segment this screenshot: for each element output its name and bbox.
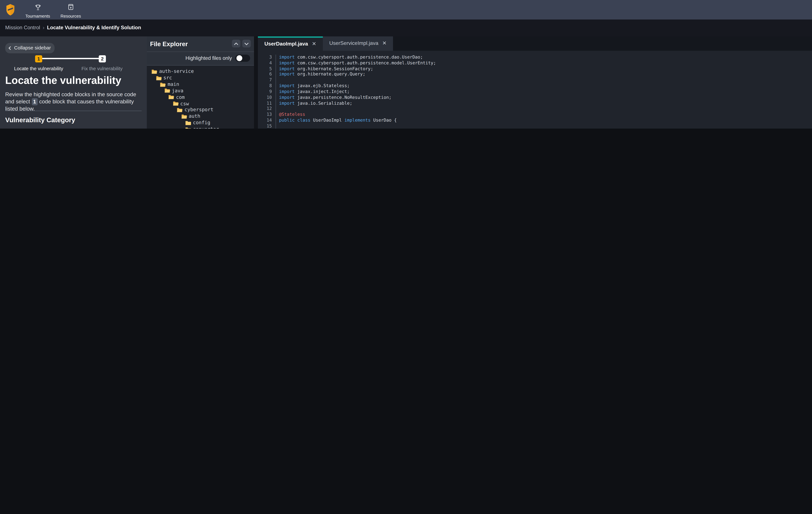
line-number: 4 bbox=[265, 60, 273, 66]
code-area: 3import com.csw.cybersport.auth.persiste… bbox=[258, 50, 812, 129]
code-editor: UserDaoImpl.java ✕ UserServiceImpl.java … bbox=[258, 36, 812, 129]
code-text: import javax.ejb.Stateless; bbox=[275, 83, 812, 89]
highlighted-files-toggle[interactable] bbox=[235, 54, 250, 62]
code-text: import com.csw.cybersport.auth.persisten… bbox=[275, 55, 812, 60]
vulnerability-category-title: Vulnerability Category bbox=[5, 116, 142, 123]
code-text bbox=[275, 106, 812, 112]
line-number: 9 bbox=[265, 89, 273, 95]
vulnerability-category-value: Injection Flaws - SQL injection bbox=[5, 127, 142, 129]
tab-userdaoimpl[interactable]: UserDaoImpl.java ✕ bbox=[258, 36, 323, 50]
code-line-11: 11import java.io.Serializable; bbox=[258, 101, 812, 106]
trophy-icon bbox=[35, 1, 40, 13]
divider bbox=[5, 111, 142, 111]
collapse-sidebar-button[interactable]: Collapse sidebar bbox=[5, 43, 55, 53]
file-tree-folder-auth[interactable]: auth bbox=[147, 113, 254, 119]
code-text: import javax.inject.Inject; bbox=[275, 89, 812, 95]
file-explorer-panel: File Explorer Highlighted files only aut… bbox=[147, 36, 254, 129]
close-icon[interactable]: ✕ bbox=[312, 41, 316, 47]
file-tree-folder-main[interactable]: main bbox=[147, 81, 254, 87]
file-tree-item-label: com bbox=[176, 94, 185, 100]
line-number: 14 bbox=[265, 118, 273, 124]
folder-open-icon bbox=[172, 101, 178, 106]
line-number: 7 bbox=[265, 78, 273, 83]
stepper-line bbox=[42, 58, 99, 59]
explorer-prev-button[interactable] bbox=[232, 40, 240, 48]
code-text: import com.csw.cybersport.auth.persisten… bbox=[275, 60, 812, 66]
collapse-sidebar-label: Collapse sidebar bbox=[14, 45, 51, 51]
file-explorer-header: File Explorer bbox=[147, 36, 254, 52]
close-icon[interactable]: ✕ bbox=[382, 40, 387, 46]
code-line-12: 12 bbox=[258, 106, 812, 112]
code-text: import java.io.Serializable; bbox=[275, 101, 812, 106]
folder-open-icon bbox=[177, 107, 182, 112]
file-tree: auth-servicesrcmainjavacomcswcybersporta… bbox=[147, 65, 254, 129]
line-number: 5 bbox=[265, 66, 273, 72]
file-tree-item-label: auth bbox=[189, 113, 200, 119]
code-line-13: 13@Stateless bbox=[258, 112, 812, 118]
brand-shield-logo-icon[interactable] bbox=[6, 4, 15, 16]
folder-open-icon bbox=[181, 114, 187, 119]
code-line-6: 6import org.hibernate.query.Query; bbox=[258, 72, 812, 78]
folder-closed-icon bbox=[185, 120, 191, 125]
folder-open-icon bbox=[160, 82, 166, 87]
file-tree-item-label: main bbox=[168, 81, 179, 87]
step-1-badge: 1 bbox=[35, 55, 42, 62]
breadcrumb-bar: Mission Control › Locate Vulnerability &… bbox=[0, 19, 812, 36]
file-tree-folder-csw[interactable]: csw bbox=[147, 100, 254, 107]
top-navbar: Tournaments Resources Help ⌄ bbox=[0, 0, 812, 19]
file-tree-folder-cybersport[interactable]: cybersport bbox=[147, 107, 254, 113]
step-1-label: Locate the vulnerability bbox=[9, 66, 68, 72]
editor-tab-bar: UserDaoImpl.java ✕ UserServiceImpl.java … bbox=[258, 36, 812, 50]
code-line-3: 3import com.csw.cybersport.auth.persiste… bbox=[258, 55, 812, 60]
breadcrumb-chevron-icon: › bbox=[43, 25, 44, 31]
line-number: 12 bbox=[265, 106, 273, 112]
code-line-15: 15 bbox=[258, 124, 812, 129]
file-tree-item-label: src bbox=[163, 75, 172, 81]
resources-icon bbox=[68, 1, 74, 13]
code-line-10: 10import javax.persistence.NoResultExcep… bbox=[258, 95, 812, 101]
code-line-5: 5import org.hibernate.SessionFactory; bbox=[258, 66, 812, 72]
folder-open-icon bbox=[151, 69, 157, 74]
file-tree-folder-com[interactable]: com bbox=[147, 94, 254, 100]
file-tree-folder-src[interactable]: src bbox=[147, 75, 254, 81]
highlighted-files-label: Highlighted files only bbox=[185, 55, 232, 61]
folder-open-icon bbox=[155, 75, 162, 80]
folder-closed-icon bbox=[185, 127, 191, 129]
file-tree-item-label: converter bbox=[193, 126, 219, 129]
page-title: Locate the vulnerability bbox=[5, 75, 142, 86]
nav-resources-label: Resources bbox=[61, 13, 81, 18]
file-tree-item-label: auth-service bbox=[159, 69, 194, 75]
breadcrumb-parent[interactable]: Mission Control bbox=[5, 25, 40, 31]
file-tree-folder-auth-service[interactable]: auth-service bbox=[147, 68, 254, 75]
line-number: 6 bbox=[265, 72, 273, 78]
code-line-8: 8import javax.ejb.Stateless; bbox=[258, 83, 812, 89]
line-number: 10 bbox=[265, 95, 273, 101]
step-2-label: Fix the vulnerability bbox=[72, 66, 132, 72]
file-tree-folder-java[interactable]: java bbox=[147, 87, 254, 94]
file-tree-folder-config[interactable]: config bbox=[147, 119, 254, 126]
code-text: import javax.persistence.NoResultExcepti… bbox=[275, 95, 812, 101]
code-text: @Stateless bbox=[275, 112, 812, 118]
line-number: 8 bbox=[265, 83, 273, 89]
file-tree-folder-converter[interactable]: converter bbox=[147, 126, 254, 129]
tab-label: UserDaoImpl.java bbox=[264, 41, 308, 47]
folder-open-icon bbox=[164, 88, 170, 93]
nav-tournaments[interactable]: Tournaments bbox=[25, 1, 50, 18]
code-line-14: 14public class UserDaoImpl implements Us… bbox=[258, 118, 812, 124]
breadcrumb-current: Locate Vulnerability & Identify Solution bbox=[47, 25, 141, 31]
line-number: 13 bbox=[265, 112, 273, 118]
nav-resources[interactable]: Resources bbox=[61, 1, 81, 18]
code-line-9: 9import javax.inject.Inject; bbox=[258, 89, 812, 95]
app: Tournaments Resources Help ⌄ Mission Con… bbox=[0, 0, 812, 129]
step-2-badge: 2 bbox=[99, 55, 106, 62]
line-number: 11 bbox=[265, 101, 273, 106]
file-tree-item-label: csw bbox=[180, 101, 189, 106]
file-tree-item-label: cybersport bbox=[184, 107, 213, 113]
nav-tournaments-label: Tournaments bbox=[25, 13, 50, 18]
folder-open-icon bbox=[168, 94, 174, 100]
explorer-next-button[interactable] bbox=[242, 40, 251, 48]
tab-userserviceimpl[interactable]: UserServiceImpl.java ✕ bbox=[323, 36, 393, 50]
challenge-sidebar: Collapse sidebar 1 2 Locate the vulnerab… bbox=[0, 36, 147, 129]
file-explorer-title: File Explorer bbox=[150, 40, 230, 47]
panel-divider bbox=[254, 36, 258, 129]
